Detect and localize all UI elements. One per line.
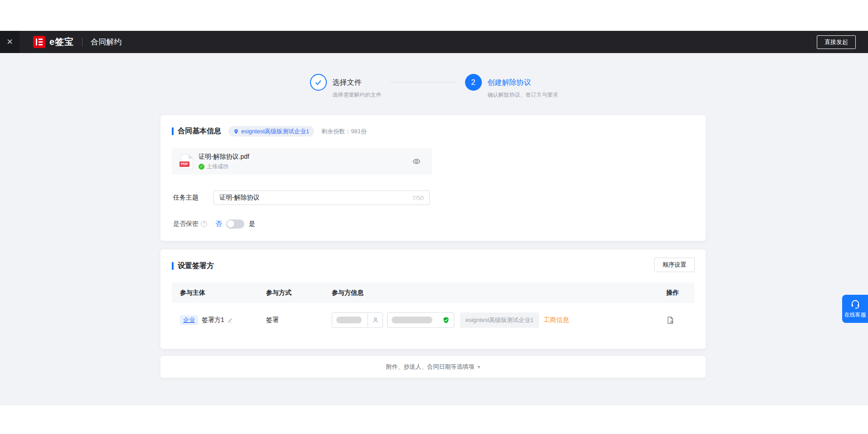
signer-name: 签署方1 xyxy=(202,316,224,324)
entity-type-link[interactable]: 企业 xyxy=(180,315,198,325)
basic-info-title: 合同基本信息 xyxy=(178,127,221,136)
screen: ✕ e签宝 合同解约 直接发起 选择文件 选择需要解约的文件 2 xyxy=(0,0,868,434)
title-accent-bar xyxy=(172,262,174,270)
brand-logo: e签宝 xyxy=(33,36,74,48)
secrecy-on-label: 是 xyxy=(249,220,255,228)
upload-success-check-icon: ✓ xyxy=(199,164,204,170)
cell-info: esigntest高级版测试企业1 工商信息 xyxy=(324,312,658,328)
title-accent-bar xyxy=(172,127,174,135)
optional-fields-bar[interactable]: 附件、抄送人、合同日期等选填项 ▾ xyxy=(160,356,706,378)
step2-subtitle: 确认解除协议、签订方与要求 xyxy=(488,91,558,99)
char-counter: 7/50 xyxy=(412,195,424,201)
pdf-file-icon: PDF xyxy=(181,154,193,169)
col-method: 参与方式 xyxy=(258,289,324,297)
step1-done-check-icon xyxy=(310,74,327,91)
document-settings-icon xyxy=(666,316,674,324)
stepper: 选择文件 选择需要解约的文件 2 创建解除协议 确认解除协议、签订方与要求 xyxy=(0,74,868,99)
signers-title: 设置签署方 xyxy=(178,261,214,271)
person-icon xyxy=(372,317,379,323)
toggle-knob xyxy=(227,220,234,228)
redacted-name xyxy=(336,317,362,323)
signers-card: 设置签署方 顺序设置 参与主体 参与方式 参与方信息 操作 企业 签署方1 xyxy=(160,249,706,349)
contact-account-input[interactable] xyxy=(387,312,454,328)
close-button[interactable]: ✕ xyxy=(0,31,19,53)
table-header-row: 参与主体 参与方式 参与方信息 操作 xyxy=(172,283,694,303)
direct-launch-button[interactable]: 直接发起 xyxy=(817,35,856,49)
business-info-link[interactable]: 工商信息 xyxy=(543,316,569,324)
step2-label: 创建解除协议 xyxy=(488,74,558,91)
quota-label: 剩余份数：981份 xyxy=(321,127,367,136)
redacted-account xyxy=(392,317,432,323)
subject-label: 任务主题 xyxy=(173,194,213,202)
file-preview-button[interactable] xyxy=(412,157,421,166)
step1-subtitle: 选择需要解约的文件 xyxy=(333,91,382,99)
file-status: ✓ 上传成功 xyxy=(199,163,249,171)
header-divider xyxy=(82,38,82,47)
org-badge-label: esigntest高级版测试企业1 xyxy=(241,127,309,136)
optional-fields-label: 附件、抄送人、合同日期等选填项 xyxy=(386,363,474,371)
online-support-button[interactable]: 在线客服 xyxy=(842,295,868,323)
cell-actions xyxy=(658,316,694,324)
content: 选择文件 选择需要解约的文件 2 创建解除协议 确认解除协议、签订方与要求 合同… xyxy=(0,53,868,405)
basic-info-card: 合同基本信息 esigntest高级版测试企业1 剩余份数：981份 PDF 证… xyxy=(160,115,706,241)
secrecy-row: 是否保密 ? 否 是 xyxy=(173,219,255,229)
help-question-icon[interactable]: ? xyxy=(201,221,207,227)
file-meta: 证明-解除协议.pdf ✓ 上传成功 xyxy=(199,153,249,171)
topbar: ✕ e签宝 合同解约 直接发起 xyxy=(0,31,868,53)
basic-info-card-header: 合同基本信息 esigntest高级版测试企业1 剩余份数：981份 xyxy=(172,126,695,137)
close-icon: ✕ xyxy=(6,37,13,47)
file-status-label: 上传成功 xyxy=(207,163,228,171)
headset-icon xyxy=(850,299,860,309)
table-row: 企业 签署方1 签署 xyxy=(172,303,694,337)
subject-input[interactable]: 证明-解除协议 7/50 xyxy=(213,190,430,205)
cell-method: 签署 xyxy=(258,316,324,324)
signers-card-header: 设置签署方 xyxy=(172,261,695,271)
online-support-label: 在线客服 xyxy=(844,311,866,319)
stepper-connector xyxy=(390,82,457,83)
org-badge: esigntest高级版测试企业1 xyxy=(228,126,314,137)
secrecy-off-label: 否 xyxy=(215,220,222,228)
step-select-file: 选择文件 选择需要解约的文件 xyxy=(310,74,382,99)
step1-label: 选择文件 xyxy=(333,74,382,91)
file-item: PDF 证明-解除协议.pdf ✓ 上传成功 xyxy=(172,148,432,175)
brand-name: e签宝 xyxy=(49,36,74,48)
col-participant: 参与主体 xyxy=(172,289,258,297)
col-info: 参与方信息 xyxy=(324,289,658,297)
edit-name-button[interactable] xyxy=(227,317,233,323)
subject-row: 任务主题 证明-解除协议 7/50 xyxy=(173,190,430,205)
esign-logo-icon xyxy=(33,36,45,48)
verified-shield-icon xyxy=(442,317,450,324)
cell-participant: 企业 签署方1 xyxy=(172,315,258,325)
secrecy-toggle[interactable] xyxy=(226,219,244,229)
col-actions: 操作 xyxy=(658,289,694,297)
pdf-tag: PDF xyxy=(179,161,189,167)
location-pin-icon xyxy=(233,129,239,134)
file-name: 证明-解除协议.pdf xyxy=(199,153,249,161)
eye-icon xyxy=(412,157,421,166)
order-settings-button[interactable]: 顺序设置 xyxy=(654,258,695,272)
signers-table: 参与主体 参与方式 参与方信息 操作 企业 签署方1 签署 xyxy=(172,283,694,337)
signer-org-name: esigntest高级版测试企业1 xyxy=(460,312,539,328)
contact-picker-button[interactable] xyxy=(368,313,383,327)
subject-value: 证明-解除协议 xyxy=(219,194,412,202)
pencil-icon xyxy=(227,317,233,323)
step2-number-badge: 2 xyxy=(465,74,482,91)
secrecy-label: 是否保密 xyxy=(173,220,199,228)
page-title: 合同解约 xyxy=(91,37,121,47)
contact-name-input[interactable] xyxy=(332,312,383,328)
step-create-agreement: 2 创建解除协议 确认解除协议、签订方与要求 xyxy=(465,74,558,99)
chevron-down-icon: ▾ xyxy=(477,364,480,370)
row-action-button[interactable] xyxy=(666,316,674,324)
